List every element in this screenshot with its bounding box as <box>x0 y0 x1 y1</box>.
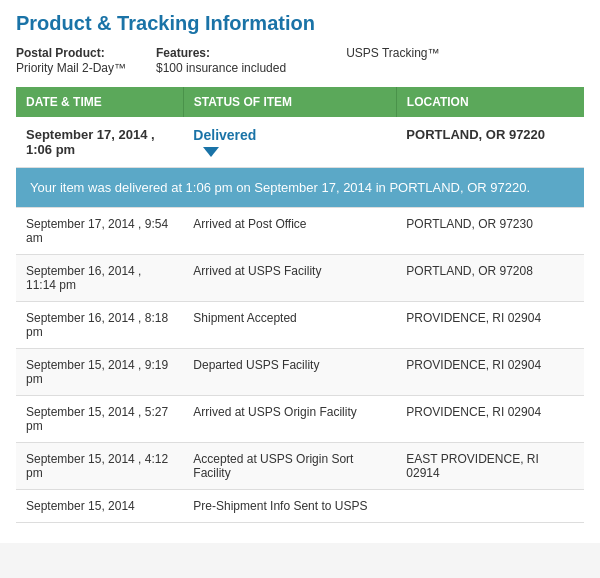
table-header-row: DATE & TIME STATUS OF ITEM LOCATION <box>16 87 584 117</box>
features-label: Features: <box>156 46 210 60</box>
row-location: PORTLAND, OR 97208 <box>396 255 584 302</box>
row-date: September 15, 2014 , 5:27 pm <box>16 396 183 443</box>
row-status: Shipment Accepted <box>183 302 396 349</box>
usps-tracking-item: USPS Tracking™ <box>346 45 439 60</box>
postal-product-value: Priority Mail 2-Day™ <box>16 61 126 75</box>
features-insurance: $100 insurance included <box>156 61 286 75</box>
delivered-status: Delivered <box>193 127 256 143</box>
row-status: Accepted at USPS Origin Sort Facility <box>183 443 396 490</box>
header-date: DATE & TIME <box>16 87 183 117</box>
page-title: Product & Tracking Information <box>16 12 584 35</box>
table-row: September 15, 2014Pre-Shipment Info Sent… <box>16 490 584 523</box>
delivery-banner: Your item was delivered at 1:06 pm on Se… <box>16 168 584 207</box>
main-container: Product & Tracking Information Postal Pr… <box>0 0 600 543</box>
table-row: September 16, 2014 , 8:18 pmShipment Acc… <box>16 302 584 349</box>
row-location: PROVIDENCE, RI 02904 <box>396 302 584 349</box>
delivered-date: September 17, 2014 , 1:06 pm <box>26 127 155 157</box>
row-location <box>396 490 584 523</box>
row-status: Arrived at USPS Facility <box>183 255 396 302</box>
row-status: Arrived at Post Office <box>183 208 396 255</box>
delivery-banner-row: Your item was delivered at 1:06 pm on Se… <box>16 168 584 208</box>
row-status: Pre-Shipment Info Sent to USPS <box>183 490 396 523</box>
row-location: EAST PROVIDENCE, RI 02914 <box>396 443 584 490</box>
row-status: Departed USPS Facility <box>183 349 396 396</box>
header-status: STATUS OF ITEM <box>183 87 396 117</box>
row-date: September 16, 2014 , 11:14 pm <box>16 255 183 302</box>
delivered-location: PORTLAND, OR 97220 <box>406 127 545 142</box>
usps-tracking-value: USPS Tracking™ <box>346 46 439 60</box>
features-group: Features: $100 insurance included USPS T… <box>156 45 469 75</box>
features-item: Features: $100 insurance included <box>156 45 286 75</box>
row-date: September 17, 2014 , 9:54 am <box>16 208 183 255</box>
table-row: September 15, 2014 , 5:27 pmArrived at U… <box>16 396 584 443</box>
table-row: September 17, 2014 , 9:54 amArrived at P… <box>16 208 584 255</box>
row-location: PORTLAND, OR 97230 <box>396 208 584 255</box>
delivered-arrow-icon <box>203 147 219 157</box>
row-status: Arrived at USPS Origin Facility <box>183 396 396 443</box>
table-row: September 15, 2014 , 9:19 pmDeparted USP… <box>16 349 584 396</box>
row-date: September 16, 2014 , 8:18 pm <box>16 302 183 349</box>
row-location: PROVIDENCE, RI 02904 <box>396 349 584 396</box>
postal-product-item: Postal Product: Priority Mail 2-Day™ <box>16 45 126 75</box>
delivered-row: September 17, 2014 , 1:06 pm Delivered P… <box>16 117 584 168</box>
postal-product-label: Postal Product: <box>16 46 105 60</box>
row-location: PROVIDENCE, RI 02904 <box>396 396 584 443</box>
table-row: September 15, 2014 , 4:12 pmAccepted at … <box>16 443 584 490</box>
row-date: September 15, 2014 , 9:19 pm <box>16 349 183 396</box>
product-info: Postal Product: Priority Mail 2-Day™ Fea… <box>16 45 584 75</box>
row-date: September 15, 2014 <box>16 490 183 523</box>
table-row: September 16, 2014 , 11:14 pmArrived at … <box>16 255 584 302</box>
tracking-table: DATE & TIME STATUS OF ITEM LOCATION Sept… <box>16 87 584 523</box>
row-date: September 15, 2014 , 4:12 pm <box>16 443 183 490</box>
header-location: LOCATION <box>396 87 584 117</box>
